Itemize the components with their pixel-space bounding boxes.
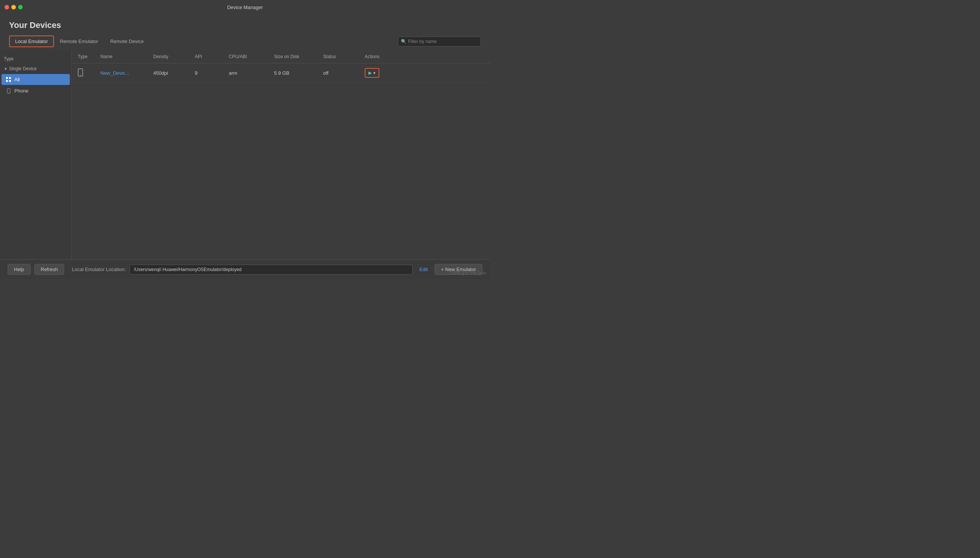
sidebar-item-phone-label: Phone — [14, 88, 29, 94]
filter-input[interactable] — [398, 37, 481, 46]
svg-point-1 — [8, 92, 9, 92]
type-label: Type — [4, 56, 13, 62]
row-density: 450dpi — [151, 66, 193, 80]
location-path-input[interactable] — [129, 265, 412, 274]
header: Your Devices Local Emulator Remote Emula… — [0, 14, 490, 50]
svg-point-3 — [80, 75, 81, 75]
row-size-on-disk: 5.9 GB — [272, 66, 321, 80]
maximize-button[interactable] — [18, 5, 23, 10]
col-name: Name — [98, 50, 151, 63]
minimize-button[interactable] — [11, 5, 16, 10]
sidebar-item-all-label: All — [14, 77, 20, 82]
table-header: Type Name Density API CPU/ABI Size on Di… — [72, 50, 490, 63]
footer: Help Refresh Local Emulator Location: Ed… — [0, 259, 490, 279]
play-icon: ▶ — [369, 70, 372, 75]
row-cpu-abi: arm — [226, 66, 272, 80]
col-actions: Actions — [362, 50, 408, 63]
single-device-label: Single Device — [9, 66, 37, 71]
window-title: Device Manager — [227, 5, 263, 10]
col-cpu-abi: CPU/ABI — [226, 50, 272, 63]
search-icon: 🔍 — [401, 39, 406, 44]
tab-local-emulator[interactable]: Local Emulator — [9, 36, 54, 47]
row-name[interactable]: New_Devic... — [98, 66, 151, 80]
chevron-down-icon: ▾ — [374, 71, 375, 75]
page-title: Your Devices — [9, 20, 481, 30]
sidebar-type-header: Type — [0, 54, 71, 64]
col-status: Status — [321, 50, 362, 63]
location-label: Local Emulator Location: — [72, 266, 126, 272]
tab-bar: Local Emulator Remote Emulator Remote De… — [9, 36, 150, 47]
tabs-row: Local Emulator Remote Emulator Remote De… — [9, 36, 481, 47]
content-area: Type ▼ Single Device All — [0, 50, 490, 259]
table-body: New_Devic... 450dpi 9 arm 5.9 GB off ▶ ▾ — [72, 63, 490, 259]
traffic-lights — [5, 5, 23, 10]
main-container: Your Devices Local Emulator Remote Emula… — [0, 14, 490, 279]
phone-icon — [6, 89, 11, 94]
title-bar: Device Manager — [0, 0, 490, 14]
sidebar: Type ▼ Single Device All — [0, 50, 72, 259]
col-api: API — [193, 50, 226, 63]
chevron-down-icon: ▼ — [4, 67, 8, 71]
col-type: Type — [75, 50, 98, 63]
table-row: New_Devic... 450dpi 9 arm 5.9 GB off ▶ ▾ — [72, 63, 490, 83]
tab-remote-emulator[interactable]: Remote Emulator — [54, 36, 104, 47]
play-button[interactable]: ▶ ▾ — [365, 68, 379, 78]
row-actions: ▶ ▾ — [362, 63, 408, 82]
refresh-button[interactable]: Refresh — [34, 264, 64, 275]
close-button[interactable] — [5, 5, 9, 10]
row-type-icon — [75, 64, 98, 82]
watermark: CSDN @文大奇 Quiin — [450, 271, 486, 276]
tab-remote-device[interactable]: Remote Device — [104, 36, 150, 47]
row-status: off — [321, 66, 362, 80]
row-api: 9 — [193, 66, 226, 80]
actions-cell: ▶ ▾ — [365, 68, 405, 78]
edit-button[interactable]: Edit — [416, 265, 431, 274]
table-area: Type Name Density API CPU/ABI Size on Di… — [72, 50, 490, 259]
col-density: Density — [151, 50, 193, 63]
sidebar-item-all[interactable]: All — [2, 74, 70, 85]
all-icon — [6, 77, 11, 82]
col-size-on-disk: Size on Disk — [272, 50, 321, 63]
sidebar-item-phone[interactable]: Phone — [2, 85, 70, 96]
help-button[interactable]: Help — [8, 264, 31, 275]
filter-wrap: 🔍 — [398, 37, 481, 46]
sidebar-section-single-device: ▼ Single Device — [0, 64, 71, 74]
